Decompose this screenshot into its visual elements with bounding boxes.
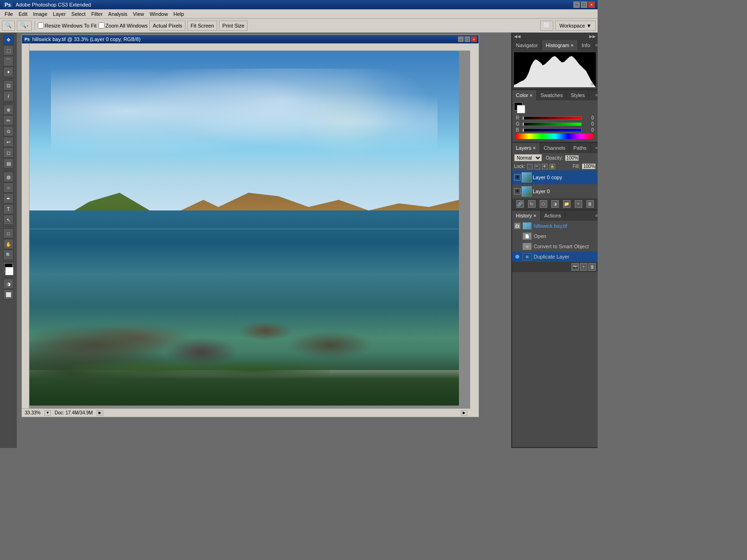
tab-channels[interactable]: Channels	[540, 143, 570, 153]
lasso-tool[interactable]: ⌒	[3, 56, 14, 66]
color-spectrum-bar[interactable]	[516, 133, 594, 139]
tab-styles[interactable]: Styles	[567, 90, 589, 100]
type-tool[interactable]: T	[3, 204, 14, 214]
tab-paths[interactable]: Paths	[570, 143, 591, 153]
resize-windows-checkbox[interactable]	[38, 22, 44, 28]
tab-info[interactable]: Info	[578, 40, 594, 50]
layer-copy-visibility[interactable]: 👁	[514, 174, 521, 181]
tab-layers[interactable]: Layers ×	[512, 143, 540, 153]
zoom-menu-btn[interactable]: ▼	[44, 410, 51, 416]
blue-slider-track[interactable]	[522, 128, 582, 132]
menu-edit[interactable]: Edit	[16, 10, 30, 18]
history-item-file[interactable]: hillswick bay.tif	[512, 221, 598, 231]
fit-screen-btn[interactable]: Fit Screen	[187, 21, 217, 31]
new-doc-from-state-btn[interactable]: +	[580, 263, 587, 271]
marquee-tool[interactable]: ⬚	[3, 45, 14, 56]
tab-histogram[interactable]: Histogram ×	[542, 40, 578, 50]
brush-tool[interactable]: ✏	[3, 115, 14, 126]
history-brush-tool[interactable]: ↩	[3, 137, 14, 147]
background-color[interactable]	[5, 267, 14, 275]
menu-image[interactable]: Image	[30, 10, 50, 18]
layer-row-copy[interactable]: 👁 Layer 0 copy	[512, 170, 598, 184]
layers-panel-menu[interactable]: ≡	[595, 146, 598, 150]
pen-tool[interactable]: ✒	[3, 193, 14, 203]
new-layer-btn[interactable]: +	[575, 200, 582, 208]
doc-close-btn[interactable]: ×	[471, 36, 477, 42]
lock-image-btn[interactable]: ✏	[535, 164, 540, 169]
tab-actions[interactable]: Actions	[541, 210, 565, 221]
collapse-left-arrow[interactable]: ◀◀	[514, 34, 521, 39]
close-button[interactable]: ×	[588, 1, 595, 8]
doc-size-menu-btn[interactable]: ▶	[97, 410, 103, 416]
history-panel-menu[interactable]: ≡	[595, 213, 598, 218]
tab-history[interactable]: History ×	[512, 210, 541, 221]
maximize-button[interactable]: □	[581, 1, 587, 8]
move-tool[interactable]: ✥	[3, 35, 14, 45]
history-item-convert[interactable]: ⊕ Convert to Smart Object	[512, 241, 598, 252]
actual-pixels-btn[interactable]: Actual Pixels	[149, 21, 185, 31]
gradient-tool[interactable]: ▤	[3, 158, 14, 168]
menu-select[interactable]: Select	[69, 10, 89, 18]
crop-tool[interactable]: ⊡	[3, 80, 14, 91]
minimize-button[interactable]: –	[573, 1, 580, 8]
dodge-tool[interactable]: ○	[3, 182, 14, 193]
zoom-all-checkbox[interactable]	[99, 22, 105, 28]
tab-swatches[interactable]: Swatches	[537, 90, 567, 100]
green-slider-track[interactable]	[522, 122, 582, 126]
add-style-btn[interactable]: fx	[528, 200, 536, 208]
layer-row-original[interactable]: 👁 Layer 0	[512, 184, 598, 198]
delete-state-btn[interactable]: 🗑	[588, 263, 596, 271]
menu-file[interactable]: File	[2, 10, 16, 18]
histogram-expand-icon[interactable]: ⊞	[591, 82, 594, 86]
tab-navigator[interactable]: Navigator	[512, 40, 542, 50]
doc-maximize-btn[interactable]: □	[465, 36, 470, 42]
zoom-tool[interactable]: 🔍	[3, 250, 14, 260]
panel-menu-icon[interactable]: ≡	[595, 43, 598, 48]
eraser-tool[interactable]: ◻	[3, 147, 14, 158]
path-select-tool[interactable]: ↖	[3, 215, 14, 225]
eyedropper-tool[interactable]: 𝒊	[3, 91, 14, 101]
expand-right-arrow[interactable]: ▶▶	[589, 34, 596, 39]
menu-filter[interactable]: Filter	[88, 10, 105, 18]
history-item-open[interactable]: 📄 Open	[512, 231, 598, 241]
history-item-duplicate[interactable]: ⊞ Duplicate Layer	[512, 252, 598, 262]
workspace-btn[interactable]: Workspace ▼	[555, 21, 596, 31]
shape-tool[interactable]: □	[3, 228, 14, 238]
add-adjustment-btn[interactable]: ◑	[551, 200, 559, 208]
print-size-btn[interactable]: Print Size	[219, 21, 247, 31]
menu-help[interactable]: Help	[171, 10, 187, 18]
lock-position-btn[interactable]: ✥	[542, 164, 548, 169]
delete-layer-btn[interactable]: 🗑	[586, 200, 594, 208]
hand-tool[interactable]: ✋	[3, 239, 14, 249]
fill-input[interactable]	[582, 163, 596, 169]
clone-tool[interactable]: ⊙	[3, 126, 14, 136]
menu-view[interactable]: View	[130, 10, 147, 18]
tab-color[interactable]: Color ×	[512, 90, 537, 100]
background-swatch[interactable]	[517, 105, 525, 113]
add-group-btn[interactable]: 📁	[563, 200, 571, 208]
lock-transparent-btn[interactable]: ⬚	[527, 164, 533, 169]
doc-minimize-btn[interactable]: –	[458, 36, 464, 42]
heal-tool[interactable]: ⊕	[3, 105, 14, 115]
add-mask-btn[interactable]: ⬡	[540, 200, 547, 208]
blend-mode-select[interactable]: Normal Multiply Screen	[514, 154, 542, 161]
zoom-out-btn[interactable]: 🔍-	[17, 21, 32, 31]
screen-mode-tool[interactable]: ⬜	[3, 289, 14, 300]
quick-mask-btn[interactable]: ◑	[3, 279, 14, 289]
link-layers-btn[interactable]: 🔗	[516, 200, 524, 208]
screen-mode-btn[interactable]: ⬜	[540, 21, 553, 31]
opacity-input[interactable]	[565, 155, 579, 161]
blur-tool[interactable]: ◍	[3, 172, 14, 182]
red-slider-track[interactable]	[522, 116, 582, 120]
new-snapshot-btn[interactable]: 📷	[571, 263, 579, 271]
document-canvas[interactable]	[29, 51, 459, 406]
menu-window[interactable]: Window	[147, 10, 170, 18]
magic-wand-tool[interactable]: ✦	[3, 67, 14, 77]
color-panel-menu[interactable]: ≡	[595, 93, 598, 98]
layer-original-visibility[interactable]: 👁	[514, 188, 521, 195]
menu-layer[interactable]: Layer	[50, 10, 69, 18]
doc-scroll-right[interactable]: ▶	[461, 410, 467, 416]
lock-all-btn[interactable]: 🔒	[550, 164, 555, 169]
zoom-tool-btn[interactable]: 🔍	[2, 21, 15, 31]
menu-analysis[interactable]: Analysis	[106, 10, 130, 18]
